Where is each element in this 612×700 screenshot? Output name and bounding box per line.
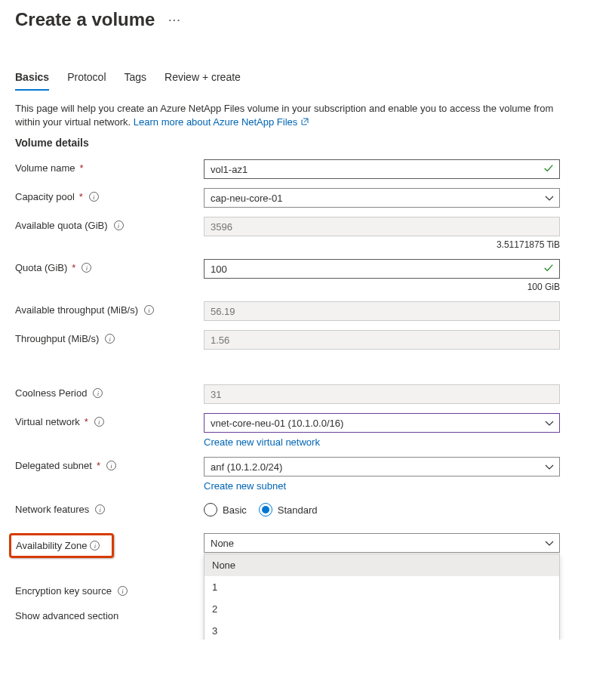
tab-bar: Basics Protocol Tags Review + create [15,66,597,91]
az-option-3[interactable]: 3 [205,620,559,640]
page-title: Create a volume [15,9,155,30]
info-icon[interactable]: i [93,388,103,398]
label-throughput: Throughput (MiB/s) i [15,330,204,344]
info-icon[interactable]: i [118,586,128,596]
delegated-subnet-value: anf (10.1.2.0/24) [211,461,282,473]
volume-name-input[interactable] [204,159,560,179]
info-icon[interactable]: i [114,220,124,230]
highlight-availability-zone: Availability Zone i [9,533,114,558]
tab-tags[interactable]: Tags [125,66,147,91]
label-encryption-key-source: Encryption key source i [15,582,204,597]
virtual-network-value: vnet-core-neu-01 (10.1.0.0/16) [211,418,343,429]
throughput-input [204,330,560,350]
create-subnet-link[interactable]: Create new subnet [204,480,286,492]
label-available-throughput: Available throughput (MiB/s) i [15,301,204,316]
label-virtual-network: Virtual network* i [15,413,204,427]
tab-protocol[interactable]: Protocol [67,66,106,91]
available-throughput-input [204,301,560,321]
section-volume-details: Volume details [15,137,597,149]
show-advanced-section[interactable]: Show advanced section [15,607,204,621]
radio-icon-selected [259,503,272,517]
chevron-down-icon [545,540,554,547]
capacity-pool-value: cap-neu-core-01 [211,193,282,204]
label-delegated-subnet: Delegated subnet* i [15,457,204,471]
az-option-2[interactable]: 2 [205,598,559,620]
chevron-down-icon [545,420,554,427]
check-icon [543,263,554,273]
learn-more-label: Learn more about Azure NetApp Files [134,116,298,128]
az-option-none[interactable]: None [205,554,559,576]
info-icon[interactable]: i [89,192,99,202]
radio-standard[interactable]: Standard [259,503,318,517]
info-icon[interactable]: i [81,263,91,273]
chevron-down-icon [545,464,554,471]
virtual-network-select[interactable]: vnet-core-neu-01 (10.1.0.0/16) [204,413,560,433]
info-icon[interactable]: i [90,541,100,550]
more-menu-icon[interactable]: ··· [168,14,181,26]
delegated-subnet-select[interactable]: anf (10.1.2.0/24) [204,457,560,476]
info-icon[interactable]: i [144,305,154,315]
external-link-icon [300,117,309,126]
create-vnet-link[interactable]: Create new virtual network [204,436,320,448]
radio-standard-label: Standard [278,504,318,516]
info-icon[interactable]: i [105,334,115,344]
check-icon [543,163,554,174]
info-icon[interactable]: i [95,504,105,514]
coolness-period-input [204,384,560,404]
intro-text: This page will help you create an Azure … [15,102,574,129]
label-quota: Quota (GiB)* i [15,259,204,273]
radio-basic-label: Basic [223,504,247,516]
label-coolness-period: Coolness Period i [15,384,204,399]
availability-zone-value: None [211,538,234,549]
network-features-radio-group: Basic Standard [204,501,560,517]
available-quota-input [204,217,560,236]
availability-zone-select[interactable]: None [204,533,560,553]
tab-basics[interactable]: Basics [15,66,49,91]
quota-helper: 100 GiB [204,282,560,292]
capacity-pool-select[interactable]: cap-neu-core-01 [204,188,560,208]
quota-input[interactable] [204,259,560,279]
radio-basic[interactable]: Basic [204,503,247,517]
info-icon[interactable]: i [94,417,104,427]
available-quota-helper: 3.51171875 TiB [204,239,560,250]
radio-icon [204,503,217,517]
label-network-features: Network features i [15,501,204,515]
chevron-down-icon [545,195,554,202]
label-available-quota: Available quota (GiB) i [15,217,204,231]
label-capacity-pool: Capacity pool* i [15,188,204,202]
az-option-1[interactable]: 1 [205,576,559,598]
info-icon[interactable]: i [106,461,116,470]
label-volume-name: Volume name* [15,159,204,174]
learn-more-link[interactable]: Learn more about Azure NetApp Files [134,116,309,128]
tab-review-create[interactable]: Review + create [165,66,241,91]
availability-zone-dropdown: None 1 2 3 [204,554,560,640]
label-availability-zone: Availability Zone [16,540,87,551]
